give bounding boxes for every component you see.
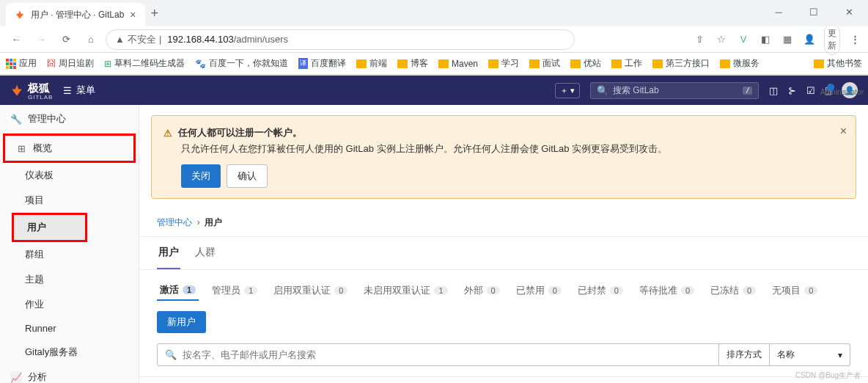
bm-item-9[interactable]: 优站 bbox=[570, 57, 601, 70]
bm-item-7[interactable]: 学习 bbox=[488, 57, 519, 70]
search-input[interactable] bbox=[613, 85, 738, 95]
sidebar-overview[interactable]: ⊞概览 bbox=[5, 136, 133, 161]
filter-admins[interactable]: 管理员1 bbox=[209, 281, 260, 300]
search-icon: 🔍 bbox=[165, 349, 177, 360]
breadcrumb: 管理中心 › 用户 bbox=[139, 209, 868, 237]
main-content: × ⚠任何人都可以注册一个帐户。 只允许任何人在您打算被任何人使用的 GitLa… bbox=[139, 105, 868, 383]
sidebar-topics[interactable]: 主题 bbox=[0, 267, 139, 292]
sidebar-gitaly[interactable]: Gitaly服务器 bbox=[0, 340, 139, 365]
address-bar[interactable]: ▲ 不安全 | 192.168.44.103/admin/users bbox=[106, 29, 575, 50]
table-header: 名称 项目 群组 创建于 上次活动 bbox=[139, 376, 868, 383]
share-icon[interactable]: ⇧ bbox=[692, 34, 707, 45]
bookmark-star-icon[interactable]: ☆ bbox=[714, 34, 729, 45]
other-bookmarks[interactable]: 其他书签 bbox=[814, 57, 862, 70]
alert-close-button[interactable]: 关闭 bbox=[181, 164, 221, 188]
back-icon[interactable]: ← bbox=[6, 29, 26, 50]
alert-confirm-button[interactable]: 确认 bbox=[227, 164, 268, 188]
global-search[interactable]: 🔍 / bbox=[590, 82, 759, 99]
sidebar-dashboard[interactable]: 仪表板 bbox=[0, 163, 139, 188]
filter-banned[interactable]: 已封禁0 bbox=[575, 281, 626, 300]
vue-ext-icon[interactable]: V bbox=[736, 34, 751, 45]
bm-item-2[interactable]: 🐾百度一下，你就知道 bbox=[195, 57, 288, 70]
sidebar-runner[interactable]: Runner bbox=[0, 317, 139, 340]
brand-text: 极狐 bbox=[28, 81, 50, 94]
filter-2fa-off[interactable]: 未启用双重认证1 bbox=[361, 281, 450, 300]
close-window-icon[interactable]: ✕ bbox=[833, 0, 865, 23]
gitlab-favicon bbox=[15, 10, 25, 20]
bm-item-5[interactable]: 博客 bbox=[397, 57, 428, 70]
bm-item-10[interactable]: 工作 bbox=[611, 57, 642, 70]
watermark: CSDN @Bug生产者 bbox=[795, 371, 861, 381]
hamburger-menu[interactable]: ☰ 菜单 bbox=[63, 84, 95, 97]
minimize-icon[interactable]: ─ bbox=[762, 0, 795, 23]
wrench-icon: 🔧 bbox=[10, 114, 22, 125]
bm-item-1[interactable]: ⊞草料二维码生成器 bbox=[104, 57, 185, 70]
tab-users[interactable]: 用户 bbox=[157, 237, 180, 269]
not-secure-warning[interactable]: ▲ 不安全 | bbox=[115, 33, 161, 46]
merge-icon[interactable]: ⊱ bbox=[788, 85, 796, 96]
sidebar-title[interactable]: 🔧管理中心 bbox=[0, 105, 139, 134]
bm-item-11[interactable]: 第三方接口 bbox=[652, 57, 710, 70]
filter-blocked[interactable]: 已禁用0 bbox=[513, 281, 564, 300]
bm-item-12[interactable]: 微服务 bbox=[720, 57, 760, 70]
warning-icon: ⚠ bbox=[163, 128, 172, 139]
sidebar-projects[interactable]: 项目 bbox=[0, 188, 139, 213]
filter-no-projects[interactable]: 无项目0 bbox=[769, 281, 820, 300]
user-search-input[interactable] bbox=[183, 349, 711, 360]
forward-icon[interactable]: → bbox=[31, 29, 51, 50]
tab-title: 用户 · 管理中心 · GitLab bbox=[31, 9, 124, 21]
browser-menu-icon[interactable]: ⋮ bbox=[847, 34, 862, 45]
tab-close-icon[interactable]: × bbox=[130, 9, 136, 21]
bm-item-0[interactable]: 囧周日追剧 bbox=[47, 57, 94, 70]
maximize-icon[interactable]: ☐ bbox=[798, 0, 830, 23]
gitlab-logo[interactable]: 极狐GITLAB bbox=[10, 81, 53, 100]
gitlab-topbar: 极狐GITLAB ☰ 菜单 ＋ ▾ 🔍 / ◫ ⊱ ☑ ⍰ 👤 bbox=[0, 76, 868, 105]
filter-2fa-on[interactable]: 启用双重认证0 bbox=[271, 281, 350, 300]
bm-item-8[interactable]: 面试 bbox=[529, 57, 560, 70]
browser-tab-strip: 用户 · 管理中心 · GitLab × + ─ ☐ ✕ bbox=[0, 0, 868, 26]
bookmarks-bar: 应用 囧周日追剧 ⊞草料二维码生成器 🐾百度一下，你就知道 译百度翻译 前端 博… bbox=[0, 53, 868, 75]
sidebar: 🔧管理中心 ⊞概览 仪表板 项目 用户 群组 主题 作业 Runner Gita… bbox=[0, 105, 139, 383]
new-tab-button[interactable]: + bbox=[151, 6, 159, 21]
sort-dropdown[interactable]: 名称▾ bbox=[770, 343, 850, 366]
filter-external[interactable]: 外部0 bbox=[461, 281, 503, 300]
overview-icon: ⊞ bbox=[15, 143, 27, 154]
alert-title: 任何人都可以注册一个帐户。 bbox=[178, 126, 302, 139]
filter-deactivated[interactable]: 已冻结0 bbox=[707, 281, 759, 300]
sidebar-users[interactable]: 用户 bbox=[14, 215, 85, 240]
browser-tab[interactable]: 用户 · 管理中心 · GitLab × bbox=[6, 3, 145, 26]
todos-icon[interactable]: ☑ bbox=[806, 85, 815, 96]
profile-icon[interactable]: 👤 bbox=[802, 34, 817, 45]
crumb-root[interactable]: 管理中心 bbox=[157, 217, 192, 227]
search-icon: 🔍 bbox=[597, 85, 608, 96]
bm-item-6[interactable]: Maven bbox=[438, 59, 478, 69]
reload-icon[interactable]: ⟳ bbox=[56, 29, 76, 50]
ext-icon-1[interactable]: ◧ bbox=[758, 34, 773, 45]
chevron-down-icon: ▾ bbox=[838, 350, 842, 360]
issues-icon[interactable]: ◫ bbox=[769, 85, 778, 96]
new-user-button[interactable]: 新用户 bbox=[157, 311, 206, 333]
apps-shortcut[interactable]: 应用 bbox=[6, 57, 37, 70]
new-dropdown[interactable]: ＋ ▾ bbox=[555, 83, 580, 98]
admin-label: Administrator bbox=[820, 88, 864, 96]
chart-icon: 📈 bbox=[10, 372, 22, 383]
sidebar-groups[interactable]: 群组 bbox=[0, 242, 139, 267]
filter-active[interactable]: 激活1 bbox=[157, 280, 199, 301]
browser-update-button[interactable]: 更新 bbox=[824, 24, 840, 55]
sidebar-analytics[interactable]: 📈分析 bbox=[0, 365, 139, 383]
kbd-hint: / bbox=[743, 87, 752, 95]
brand-sub: GITLAB bbox=[28, 95, 53, 100]
registration-alert: × ⚠任何人都可以注册一个帐户。 只允许任何人在您打算被任何人使用的 GitLa… bbox=[151, 115, 856, 199]
bm-item-3[interactable]: 译百度翻译 bbox=[298, 57, 346, 70]
bm-item-4[interactable]: 前端 bbox=[356, 57, 387, 70]
user-search-wrap: 🔍 bbox=[157, 343, 719, 366]
sort-label: 排序方式 bbox=[719, 343, 770, 366]
ext-icon-2[interactable]: ▦ bbox=[780, 34, 795, 45]
alert-body: 只允许任何人在您打算被任何人使用的 GitLab 实例上注册帐户。允许任何人注册… bbox=[181, 142, 844, 156]
filter-pending[interactable]: 等待批准0 bbox=[636, 281, 697, 300]
crumb-current: 用户 bbox=[205, 217, 222, 227]
home-icon[interactable]: ⌂ bbox=[81, 29, 101, 50]
alert-close-icon[interactable]: × bbox=[840, 125, 847, 138]
tab-cohorts[interactable]: 人群 bbox=[194, 237, 217, 269]
sidebar-jobs[interactable]: 作业 bbox=[0, 292, 139, 317]
